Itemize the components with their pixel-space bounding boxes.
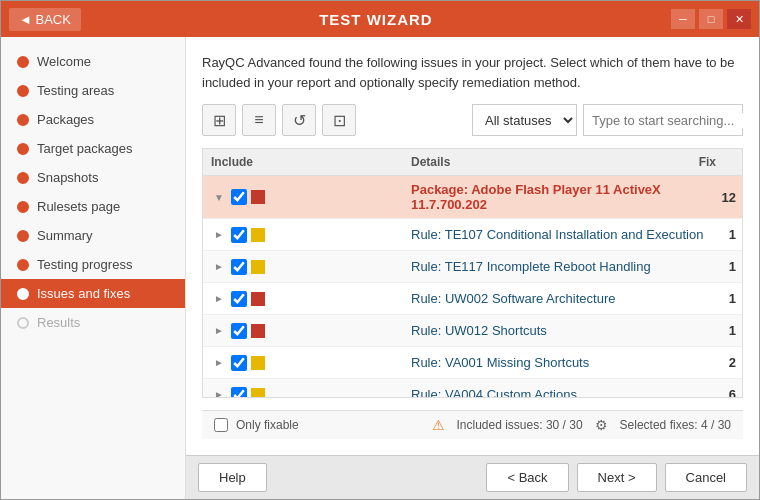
sidebar-item-testing-areas[interactable]: Testing areas (1, 76, 185, 105)
search-input[interactable] (592, 113, 759, 128)
sidebar-dot (17, 317, 29, 329)
table-row[interactable]: ► Rule: VA001 Missing Shortcuts 2 (203, 347, 742, 379)
sidebar-label-rulesets-page: Rulesets page (37, 199, 120, 214)
sidebar-item-target-packages[interactable]: Target packages (1, 134, 185, 163)
row-label: Package: Adobe Flash Player 11 ActiveX 1… (407, 176, 712, 218)
back-nav-button[interactable]: < Back (486, 463, 568, 492)
row-label: Rule: TE117 Incomplete Reboot Handling (407, 253, 712, 280)
toolbar-btn-3[interactable]: ↺ (282, 104, 316, 136)
toolbar: ⊞ ≡ ↺ ⊡ All statuses Fixed Unfixed (202, 104, 743, 136)
row-details-area: Rule: TE107 Conditional Installation and… (403, 221, 712, 248)
table-row[interactable]: ► Rule: VA004 Custom Actions 6 (203, 379, 742, 397)
sidebar-item-rulesets-page[interactable]: Rulesets page (1, 192, 185, 221)
sidebar-dot (17, 143, 29, 155)
table-row[interactable]: ▼ Package: Adobe Flash Player 11 ActiveX… (203, 176, 742, 219)
severity-indicator (251, 324, 265, 338)
refresh-icon: ↺ (293, 111, 306, 130)
row-checkbox[interactable] (231, 259, 247, 275)
row-label: Rule: VA001 Missing Shortcuts (407, 349, 712, 376)
content-body: RayQC Advanced found the following issue… (186, 37, 759, 455)
window-title: TEST WIZARD (81, 11, 671, 28)
row-checkbox[interactable] (231, 189, 247, 205)
row-details-area: Rule: VA001 Missing Shortcuts (403, 349, 712, 376)
sidebar-item-testing-progress[interactable]: Testing progress (1, 250, 185, 279)
cancel-button[interactable]: Cancel (665, 463, 747, 492)
sidebar-label-packages: Packages (37, 112, 94, 127)
bottom-bar: Help < Back Next > Cancel (186, 455, 759, 499)
row-details-area: Rule: TE117 Incomplete Reboot Handling (403, 253, 712, 280)
toolbar-btn-2[interactable]: ≡ (242, 104, 276, 136)
toolbar-btn-4[interactable]: ⊡ (322, 104, 356, 136)
row-label: Rule: TE107 Conditional Installation and… (407, 221, 712, 248)
row-checkbox[interactable] (231, 355, 247, 371)
close-button[interactable]: ✕ (727, 9, 751, 29)
row-toggle-icon[interactable]: ► (211, 227, 227, 243)
row-checkbox[interactable] (231, 387, 247, 398)
sidebar-dot (17, 230, 29, 242)
sidebar-dot (17, 201, 29, 213)
sidebar-dot (17, 85, 29, 97)
sidebar-item-welcome[interactable]: Welcome (1, 47, 185, 76)
row-include-area: ▼ (203, 189, 403, 205)
row-fix-count: 6 (712, 387, 742, 397)
row-fix-count: 1 (712, 323, 742, 338)
back-button[interactable]: ◄ BACK (9, 8, 81, 31)
sidebar-label-results: Results (37, 315, 80, 330)
row-toggle-icon[interactable]: ► (211, 355, 227, 371)
minimize-button[interactable]: ─ (671, 9, 695, 29)
sidebar-dot (17, 56, 29, 68)
sidebar-label-target-packages: Target packages (37, 141, 132, 156)
selected-fixes-text: Selected fixes: 4 / 30 (620, 418, 731, 432)
row-details-area: Rule: UW002 Software Architecture (403, 285, 712, 312)
collapse-all-icon: ≡ (254, 111, 263, 129)
row-include-area: ► (203, 387, 403, 398)
header-include: Include (203, 149, 403, 175)
description-text: RayQC Advanced found the following issue… (202, 53, 743, 92)
row-label: Rule: VA004 Custom Actions (407, 381, 712, 397)
table-row[interactable]: ► Rule: TE107 Conditional Installation a… (203, 219, 742, 251)
title-bar-left: ◄ BACK (9, 8, 81, 31)
search-box: 🔍 (583, 104, 743, 136)
row-include-area: ► (203, 227, 403, 243)
row-toggle-icon[interactable]: ► (211, 259, 227, 275)
sidebar-item-results[interactable]: Results (1, 308, 185, 337)
title-bar: ◄ BACK TEST WIZARD ─ □ ✕ (1, 1, 759, 37)
severity-indicator (251, 356, 265, 370)
sidebar-item-snapshots[interactable]: Snapshots (1, 163, 185, 192)
table-row[interactable]: ► Rule: TE117 Incomplete Reboot Handling… (203, 251, 742, 283)
row-details-area: Package: Adobe Flash Player 11 ActiveX 1… (403, 176, 712, 218)
status-select[interactable]: All statuses Fixed Unfixed (472, 104, 577, 136)
table-row[interactable]: ► Rule: UW012 Shortcuts 1 (203, 315, 742, 347)
table-row[interactable]: ► Rule: UW002 Software Architecture 1 (203, 283, 742, 315)
row-checkbox[interactable] (231, 227, 247, 243)
row-include-area: ► (203, 259, 403, 275)
next-button[interactable]: Next > (577, 463, 657, 492)
footer-bar: Only fixable ⚠ Included issues: 30 / 30 … (202, 410, 743, 439)
sidebar-dot (17, 259, 29, 271)
row-toggle-icon[interactable]: ► (211, 323, 227, 339)
toolbar-btn-1[interactable]: ⊞ (202, 104, 236, 136)
severity-indicator (251, 228, 265, 242)
row-toggle-icon[interactable]: ► (211, 291, 227, 307)
only-fixable-checkbox[interactable] (214, 418, 228, 432)
row-toggle-icon[interactable]: ► (211, 387, 227, 398)
sidebar-item-issues-and-fixes[interactable]: Issues and fixes (1, 279, 185, 308)
issues-table: Include Details Fix ▼ (202, 148, 743, 398)
row-checkbox[interactable] (231, 291, 247, 307)
row-checkbox[interactable] (231, 323, 247, 339)
sidebar-item-packages[interactable]: Packages (1, 105, 185, 134)
maximize-button[interactable]: □ (699, 9, 723, 29)
row-toggle-icon[interactable]: ▼ (211, 189, 227, 205)
only-fixable-label: Only fixable (236, 418, 299, 432)
window: ◄ BACK TEST WIZARD ─ □ ✕ Welcome Testing… (0, 0, 760, 500)
sidebar-label-summary: Summary (37, 228, 93, 243)
severity-indicator (251, 190, 265, 204)
sidebar-item-summary[interactable]: Summary (1, 221, 185, 250)
row-details-area: Rule: UW012 Shortcuts (403, 317, 712, 344)
sidebar-label-testing-areas: Testing areas (37, 83, 114, 98)
help-button[interactable]: Help (198, 463, 267, 492)
sidebar-label-welcome: Welcome (37, 54, 91, 69)
main-content: Welcome Testing areas Packages Target pa… (1, 37, 759, 499)
export-icon: ⊡ (333, 111, 346, 130)
row-fix-count: 12 (712, 190, 742, 205)
